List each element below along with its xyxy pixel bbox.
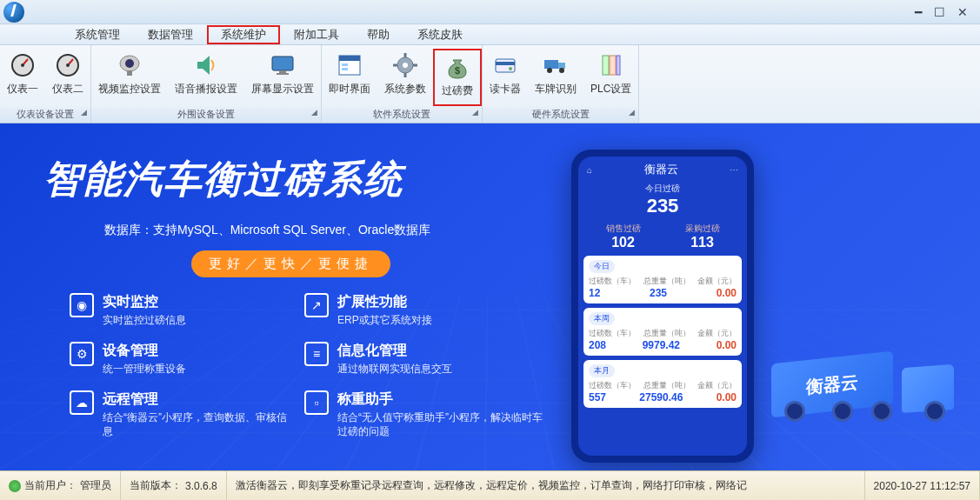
feature-icon: ◉ xyxy=(70,293,94,317)
feature-扩展性功能: ↗扩展性功能ERP或其它系统对接 xyxy=(304,293,548,328)
phone-card-今日: 今日过磅数（车）总重量（吨）金额（元）122350.00 xyxy=(583,256,742,303)
card-val: 0.00 xyxy=(717,339,737,351)
feature-desc: ERP或其它系统对接 xyxy=(337,313,432,328)
speaker-icon xyxy=(191,50,221,80)
feature-信息化管理: ≡信息化管理通过物联网实现信息交互 xyxy=(304,342,548,377)
phone-today-value: 235 xyxy=(583,195,742,217)
truck-illustration: 衡器云 xyxy=(771,323,963,427)
svg-rect-24 xyxy=(496,62,515,65)
svg-rect-9 xyxy=(272,57,293,70)
menu-系统皮肤[interactable]: 系统皮肤 xyxy=(403,25,477,44)
ribbon-group-label: 仪表设备设置◢ xyxy=(0,106,90,123)
ribbon-仪表二[interactable]: 仪表二 xyxy=(45,49,90,106)
feature-desc: 统一管理称重设备 xyxy=(103,362,186,377)
ribbon-读卡器[interactable]: 读卡器 xyxy=(483,49,528,106)
ribbon-label: 语音播报设置 xyxy=(175,82,237,97)
camera-icon xyxy=(115,50,144,80)
phone-app-title: 衡器云 xyxy=(644,162,678,177)
ribbon-过磅费[interactable]: $过磅费 xyxy=(433,49,482,106)
svg-rect-27 xyxy=(558,63,565,69)
phone-card-本月: 本月过磅数（车）总重量（吨）金额（元）55727590.460.00 xyxy=(583,360,742,408)
ribbon-group-label: 外围设备设置◢ xyxy=(91,106,321,123)
card-val: 27590.46 xyxy=(639,391,683,403)
close-button[interactable]: ✕ xyxy=(957,5,968,19)
status-datetime: 2020-10-27 11:12:57 xyxy=(874,480,970,492)
svg-point-2 xyxy=(21,63,24,67)
menu-bar: 系统管理数据管理系统维护附加工具帮助系统皮肤 xyxy=(0,24,980,45)
svg-rect-10 xyxy=(279,70,286,73)
ribbon-屏幕显示设置[interactable]: 屏幕显示设置 xyxy=(244,49,321,106)
ribbon-label: 仪表一 xyxy=(7,82,38,97)
feature-desc: 结合“衡器云”小程序，查询数据、审核信息 xyxy=(103,410,287,440)
phone-card-本周: 本周过磅数（车）总重量（吨）金额（元）2089979.420.00 xyxy=(583,308,742,356)
ribbon-label: PLC设置 xyxy=(590,82,631,97)
plc-icon xyxy=(597,50,626,80)
card-val: 0.00 xyxy=(717,287,737,299)
group-expand-icon[interactable]: ◢ xyxy=(629,108,635,117)
feature-称重助手: ▫称重助手结合“无人值守称重助手”小程序，解决临时车过磅的问题 xyxy=(304,390,548,440)
ribbon: 仪表一仪表二仪表设备设置◢视频监控设置语音播报设置屏幕显示设置外围设备设置◢即时… xyxy=(0,45,980,123)
feature-icon: ☁ xyxy=(70,390,94,415)
cardreader-icon xyxy=(490,50,520,80)
hero-headline: 智能汽车衡过磅系统 xyxy=(43,154,403,205)
title-bar: ━ ☐ ✕ xyxy=(0,0,980,24)
svg-rect-26 xyxy=(544,60,558,69)
ribbon-即时界面[interactable]: 即时界面 xyxy=(322,49,377,106)
ribbon-视频监控设置[interactable]: 视频监控设置 xyxy=(91,49,168,106)
card-val: 235 xyxy=(650,287,667,299)
ribbon-车牌识别[interactable]: 车牌识别 xyxy=(528,49,583,106)
feature-title: 称重助手 xyxy=(337,390,548,409)
ribbon-语音播报设置[interactable]: 语音播报设置 xyxy=(168,49,244,106)
hero-subhead: 数据库：支持MySQL、Microsoft SQL Server、Oracle数… xyxy=(104,223,430,238)
ribbon-label: 仪表二 xyxy=(52,82,83,97)
minimize-button[interactable]: ━ xyxy=(915,5,922,19)
status-bar: 当前用户： 管理员 当前版本： 3.0.6.8 激活衡器云，即刻享受称重记录远程… xyxy=(0,470,980,500)
group-expand-icon[interactable]: ◢ xyxy=(472,108,478,117)
feature-title: 实时监控 xyxy=(103,293,186,311)
card-tag: 本周 xyxy=(589,312,615,325)
feature-title: 远程管理 xyxy=(103,390,287,409)
menu-附加工具[interactable]: 附加工具 xyxy=(280,25,353,44)
maximize-button[interactable]: ☐ xyxy=(934,5,945,19)
ribbon-仪表一[interactable]: 仪表一 xyxy=(0,49,45,106)
card-col: 金额（元） xyxy=(697,380,737,391)
svg-rect-32 xyxy=(617,56,620,75)
window-icon xyxy=(335,50,364,80)
ribbon-PLC设置[interactable]: PLC设置 xyxy=(583,49,638,106)
phone-menu-icon: ⋯ xyxy=(730,165,738,175)
ribbon-系统参数[interactable]: 系统参数 xyxy=(377,49,433,106)
feature-desc: 结合“无人值守称重助手”小程序，解决临时车过磅的问题 xyxy=(337,410,548,440)
svg-rect-23 xyxy=(496,59,515,72)
card-col: 金额（元） xyxy=(697,276,737,287)
phone-split-value: 113 xyxy=(663,235,742,250)
card-col: 过磅数（车） xyxy=(589,276,636,287)
gauge-icon xyxy=(8,50,37,80)
group-expand-icon[interactable]: ◢ xyxy=(311,108,317,117)
card-col: 总重量（吨） xyxy=(643,328,690,339)
menu-数据管理[interactable]: 数据管理 xyxy=(134,25,207,44)
truck-icon xyxy=(541,50,570,80)
card-col: 过磅数（车） xyxy=(589,328,636,339)
svg-rect-15 xyxy=(342,68,348,70)
status-user-label: 当前用户： xyxy=(24,478,77,493)
menu-帮助[interactable]: 帮助 xyxy=(353,25,403,44)
phone-split-label: 采购过磅 xyxy=(663,223,742,235)
group-expand-icon[interactable]: ◢ xyxy=(81,108,87,117)
feature-icon: ▫ xyxy=(304,390,329,415)
card-col: 总重量（吨） xyxy=(643,380,690,391)
svg-point-17 xyxy=(403,63,408,68)
ribbon-label: 读卡器 xyxy=(490,82,521,97)
phone-mockup: ⌂ 衡器云 ⋯ 今日过磅 235 销售过磅102采购过磅113 今日过磅数（车）… xyxy=(571,150,754,463)
menu-系统维护[interactable]: 系统维护 xyxy=(207,25,280,44)
ribbon-label: 系统参数 xyxy=(384,82,426,97)
menu-系统管理[interactable]: 系统管理 xyxy=(61,25,134,44)
status-version-label: 当前版本： xyxy=(130,478,182,493)
svg-rect-31 xyxy=(610,56,616,75)
svg-point-5 xyxy=(66,63,70,67)
feature-实时监控: ◉实时监控实时监控过磅信息 xyxy=(70,293,287,328)
ribbon-label: 视频监控设置 xyxy=(98,82,161,97)
gauge-icon xyxy=(53,50,83,80)
hero-banner: 智能汽车衡过磅系统 数据库：支持MySQL、Microsoft SQL Serv… xyxy=(0,123,980,470)
status-user-value: 管理员 xyxy=(80,478,111,493)
svg-rect-8 xyxy=(127,70,132,76)
